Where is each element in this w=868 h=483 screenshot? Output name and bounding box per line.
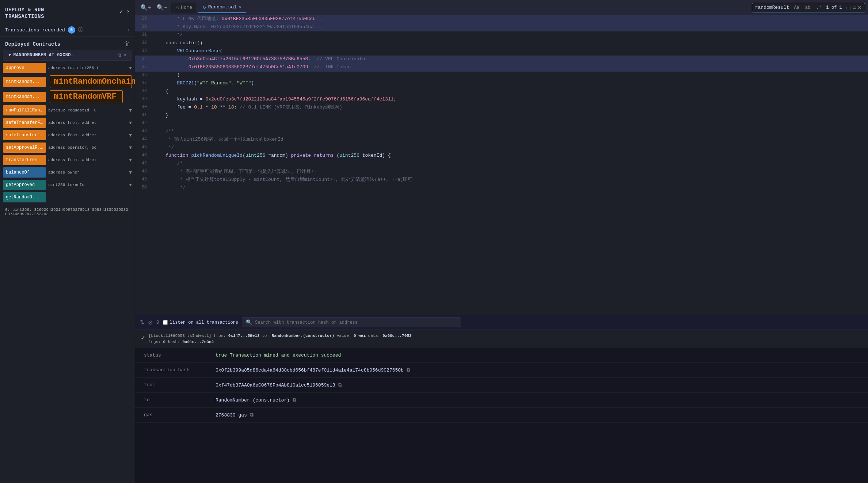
fn-row-get-random: getRandomO... [3,192,132,202]
search-next-button[interactable]: ↓ [849,5,852,11]
panel-title: DEPLOY & RUN TRANSACTIONS [5,7,44,20]
safe-transfer-2-button[interactable]: safeTransferF... [3,130,46,140]
raw-fulfill-param: bytes32 requestId, u [48,108,127,113]
get-random-button[interactable]: getRandomO... [3,192,46,202]
safe-transfer-2-chevron[interactable]: ▼ [129,133,132,138]
listen-checkbox-input[interactable] [163,320,168,325]
approve-chevron[interactable]: ▼ [129,65,132,71]
set-approval-param: address operator, bc [48,145,127,150]
to-value: RandomNumber.(constructor) ⧉ [216,397,296,403]
raw-fulfill-button[interactable]: rawFulfillRan... [3,105,46,115]
from-key: from [144,382,210,388]
get-approved-chevron[interactable]: ▼ [129,182,132,188]
transfer-from-chevron[interactable]: ▼ [129,157,132,163]
code-line-44: 44 * 输入uint256数字, 返回一个可以mint的tokenId [135,136,868,144]
file-tab-close[interactable]: ✕ [239,4,241,10]
tx-search-input[interactable] [255,320,457,325]
get-approved-button[interactable]: getApproved [3,180,46,190]
code-line-36: 36 ) [135,72,868,80]
search-whole-word[interactable]: ab [803,4,812,11]
code-line-46: 46 function pickRandomUniqueId(uint256 r… [135,152,868,160]
right-panel: 🔍+ 🔍− ⌂ Home ↻ Random.sol ✕ randomResult… [135,0,868,483]
approve-param: address to, uint256 t [48,66,127,70]
tx-search: 🔍 [242,317,461,327]
search-overlay: randomResult Aa ab .* 1 of 1 ↑ ↓ ≡ ✕ [752,3,865,12]
stop-icon-btn[interactable]: ⊘ [148,319,153,326]
fn-row-transfer-from: transferFrom address from, addre: ▼ [3,155,132,165]
to-copy-icon[interactable]: ⧉ [293,397,296,403]
balance-of-param: address owner [48,170,127,175]
safe-transfer-1-param: address from, addre: [48,121,127,125]
approve-button[interactable]: approve [3,63,46,73]
tx-hash-copy-icon[interactable]: ⧉ [407,367,410,373]
transactions-badge: 5 [68,26,75,34]
search-prev-button[interactable]: ↑ [845,5,848,11]
safe-transfer-2-param: address from, addre: [48,133,127,137]
gas-copy-icon[interactable]: ⧉ [250,412,254,418]
file-tab-icon: ↻ [203,4,206,10]
zoom-in-button[interactable]: 🔍+ [138,3,153,12]
listen-label: listen on all transactions [170,320,238,325]
code-line-29: 29 * LINK 代币地址: 0x01BE23585060835E02B77e… [135,15,868,23]
file-tab[interactable]: ↻ Random.sol ✕ [198,2,246,13]
transactions-chevron[interactable]: › [127,27,130,33]
code-line-48: 48 * 有些新手可能看的迷糊, 下面第一句是先计算减法, 再计算++ [135,168,868,176]
transfer-from-button[interactable]: transferFrom [3,155,46,165]
tx-count-label: 0 [156,320,159,325]
search-regex[interactable]: .* [814,4,823,11]
tx-details: status true Transaction mined and execut… [135,348,868,423]
contract-copy-icon[interactable]: ⧉ [118,53,121,58]
contract-name: RANDOMNUMBER AT 0XCBD. [13,53,116,58]
code-line-45: 45 */ [135,144,868,152]
listen-checkbox-label[interactable]: listen on all transactions [163,320,238,325]
tx-detail-from: from 0xf47db37AA0a6eC0678Fb4Ab810a1cc519… [135,378,868,393]
info-icon[interactable]: ⓘ [78,27,83,33]
code-editor[interactable]: 29 * LINK 代币地址: 0x01BE23585060835E02B77e… [135,15,868,315]
zoom-out-button[interactable]: 🔍− [155,3,170,12]
result-text: 0: uint256: 3266264262149997627851340988… [0,205,135,219]
tx-entry-header: ✓ [block:11069653 txIndex:1] from: 0x147… [135,330,868,348]
balance-of-chevron[interactable]: ▼ [129,170,132,175]
get-approved-param: uint256 tokenId [48,183,127,187]
set-approval-button[interactable]: setApprovalF... [3,142,46,153]
set-approval-chevron[interactable]: ▼ [129,145,132,151]
contract-close-icon[interactable]: ✕ [123,52,126,58]
transactions-bar: Transactions recorded 5 ⓘ › [0,23,135,37]
search-close-button[interactable]: ✕ [857,5,862,11]
mint-random-vrf-button[interactable]: mintRandom... [3,92,46,102]
code-line-39: 39 keyHash = 0x2ed0feb3e7fd2022120aa84fa… [135,96,868,104]
gas-value: 2768830 gas ⧉ [216,412,254,418]
contract-row[interactable]: ▼ RANDOMNUMBER AT 0XCBD. ⧉ ✕ [3,50,132,61]
bottom-panel: ⇅ ⊘ 0 listen on all transactions 🔍 ✓ [bl… [135,315,868,483]
search-count: 1 of 1 [826,5,842,10]
home-tab[interactable]: ⌂ Home [171,3,197,13]
balance-of-button[interactable]: balanceOf [3,167,46,178]
code-line-42: 42 [135,120,868,128]
code-line-49: 49 * 相当于先计算totalSupply - mintCount, 然后自增… [135,176,868,184]
tx-detail-status: status true Transaction mined and execut… [135,348,868,363]
transactions-label: Transactions recorded [5,27,65,33]
deployed-label: Deployed Contracts [5,41,60,47]
contract-chevron-icon[interactable]: ▼ [8,53,11,58]
editor-toolbar: 🔍+ 🔍− ⌂ Home ↻ Random.sol ✕ randomResult… [135,0,868,15]
raw-fulfill-chevron[interactable]: ▼ [129,108,132,113]
safe-transfer-1-button[interactable]: safeTransferF... [3,118,46,128]
from-copy-icon[interactable]: ⧉ [338,382,342,388]
code-line-34: 34 0xb3dCcb4Cf7a26f6cf6B120Cf5A73875B7BB… [135,56,868,64]
search-expand-button[interactable]: ≡ [853,5,856,11]
forward-arrow-icon[interactable]: › [126,8,130,15]
trash-icon[interactable]: 🗑 [124,41,130,47]
safe-transfer-1-chevron[interactable]: ▼ [129,120,132,126]
mint-random-onchain-button[interactable]: mintRandom... [3,77,46,87]
code-line-37: 37 ERC721("WTF Random", "WTF") [135,80,868,88]
code-line-32: 32 constructor() [135,39,868,47]
arrows-icon-btn[interactable]: ⇅ [140,319,144,326]
search-options: Aa ab .* [792,4,823,11]
search-case-sensitive[interactable]: Aa [792,4,801,11]
home-tab-icon: ⌂ [176,5,179,11]
search-icon: 🔍 [246,319,252,326]
tx-header-text: [block:11069653 txIndex:1] from: 0x147..… [149,333,412,345]
file-tab-label: Random.sol [208,4,237,10]
check-icon: ✓ [119,7,123,15]
left-panel: DEPLOY & RUN TRANSACTIONS ✓ › Transactio… [0,0,135,483]
